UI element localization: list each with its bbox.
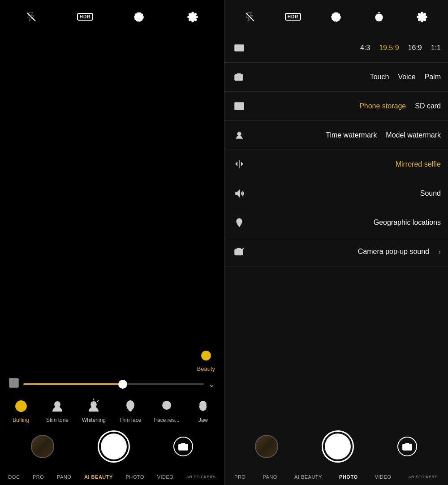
skintone-icon <box>49 397 65 415</box>
svg-rect-27 <box>235 45 244 51</box>
beauty-icon <box>200 349 212 365</box>
ratio-1-1[interactable]: 1:1 <box>431 44 441 52</box>
right-hdr-badge: HDR <box>285 13 302 21</box>
right-thumbnail[interactable] <box>255 435 278 458</box>
aspect-ratio-icon <box>231 43 247 53</box>
right-flash-off-icon[interactable] <box>242 9 258 25</box>
faceres-label: Face res... <box>154 417 180 423</box>
sound-row: Sound <box>224 179 448 208</box>
svg-rect-29 <box>235 103 244 110</box>
sound-option[interactable]: Sound <box>420 189 441 197</box>
mirrored-selfie-option[interactable]: Mirrored selfie <box>396 160 441 168</box>
camera-popup-icon <box>231 247 247 257</box>
buffing-label: Buffing <box>13 417 29 423</box>
right-portrait-icon[interactable] <box>328 9 344 25</box>
skintone-label: Skin tone <box>46 417 69 423</box>
left-thumbnail[interactable] <box>31 435 54 458</box>
mode-pro[interactable]: PRO <box>31 473 46 481</box>
left-panel: HDR <box>0 0 224 485</box>
storage-sd[interactable]: SD card <box>415 102 441 110</box>
svg-point-28 <box>237 76 240 78</box>
mode-ai-beauty[interactable]: AI BEAUTY <box>82 473 115 481</box>
capture-palm[interactable]: Palm <box>425 73 441 81</box>
beauty-option-skintone[interactable]: Skin tone <box>39 397 75 423</box>
capture-mode-row: Touch Voice Palm <box>224 63 448 92</box>
right-mode-photo[interactable]: PHOTO <box>337 473 359 481</box>
beauty-option-buffing[interactable]: Buffing <box>3 397 39 423</box>
mode-pano[interactable]: PANO <box>55 473 73 481</box>
mode-photo[interactable]: PHOTO <box>124 473 146 481</box>
beauty-option-thinface[interactable]: Thin face <box>112 397 148 423</box>
hdr-badge: HDR <box>77 13 94 21</box>
svg-point-35 <box>238 220 240 222</box>
left-flip-camera-button[interactable] <box>173 437 193 456</box>
right-timer-icon[interactable] <box>371 9 387 25</box>
geo-row: Geographic locations <box>224 208 448 237</box>
watermark-model[interactable]: Model watermark <box>386 131 441 139</box>
hdr-icon[interactable]: HDR <box>77 9 93 25</box>
beauty-panel: Beauty ⌄ <box>0 345 224 427</box>
camera-capture-icon <box>231 72 247 82</box>
right-settings-icon[interactable] <box>414 9 430 25</box>
svg-point-24 <box>332 13 340 21</box>
popup-sound-row[interactable]: Camera pop-up sound › <box>224 237 448 266</box>
svg-line-0 <box>27 13 35 21</box>
mirror-icon <box>231 159 247 169</box>
right-camera-controls <box>224 426 448 467</box>
popup-sound-options: Camera pop-up sound › <box>247 247 441 257</box>
left-shutter-button[interactable] <box>98 430 130 463</box>
svg-line-37 <box>242 248 244 249</box>
chevron-down-icon[interactable]: ⌄ <box>208 379 215 389</box>
svg-point-31 <box>237 132 241 136</box>
beauty-option-whitening[interactable]: Whitening <box>76 397 112 423</box>
split-icon <box>9 378 19 390</box>
svg-point-6 <box>207 354 208 356</box>
slider-thumb[interactable] <box>118 380 127 389</box>
beauty-option-jaw[interactable]: Jaw <box>185 397 221 423</box>
right-hdr-icon[interactable]: HDR <box>285 9 301 25</box>
beauty-option-faceres[interactable]: Face res... <box>148 397 185 423</box>
capture-touch[interactable]: Touch <box>370 73 389 81</box>
aspect-ratio-options: 4:3 19.5:9 16:9 1:1 <box>247 44 441 52</box>
right-mode-pro[interactable]: PRO <box>233 473 247 481</box>
right-panel: HDR <box>224 0 448 485</box>
mode-doc[interactable]: DOC <box>6 473 22 481</box>
ratio-16-9[interactable]: 16:9 <box>408 44 422 52</box>
svg-line-22 <box>246 13 254 21</box>
watermark-options: Time watermark Model watermark <box>247 131 441 139</box>
chevron-right-icon: › <box>438 247 441 257</box>
geo-option[interactable]: Geographic locations <box>374 219 441 227</box>
mode-ar[interactable]: AR STICKERS <box>185 474 218 480</box>
right-mode-video[interactable]: VIDEO <box>373 473 393 481</box>
capture-voice[interactable]: Voice <box>398 73 415 81</box>
svg-point-36 <box>238 251 240 253</box>
settings-area: 4:3 19.5:9 16:9 1:1 Touch Voice Palm <box>224 34 448 485</box>
portrait-icon[interactable] <box>131 9 147 25</box>
ratio-4-3[interactable]: 4:3 <box>360 44 370 52</box>
right-mode-pano[interactable]: PANO <box>261 473 279 481</box>
settings-icon[interactable] <box>185 9 201 25</box>
right-thumbnail-image <box>256 436 277 457</box>
flash-off-icon[interactable] <box>23 9 39 25</box>
popup-sound-option[interactable]: Camera pop-up sound <box>358 248 429 256</box>
ratio-19-9[interactable]: 19.5:9 <box>379 44 399 52</box>
storage-phone[interactable]: Phone storage <box>359 102 406 110</box>
beauty-title-row: Beauty <box>0 345 224 374</box>
svg-point-12 <box>55 402 60 407</box>
watermark-time[interactable]: Time watermark <box>326 131 377 139</box>
svg-point-19 <box>168 404 169 405</box>
right-flip-camera-button[interactable] <box>397 437 417 456</box>
buffing-icon <box>13 397 29 415</box>
svg-point-16 <box>127 401 134 410</box>
right-mode-ai-beauty[interactable]: AI BEAUTY <box>293 473 324 481</box>
svg-point-2 <box>134 13 143 21</box>
slider-row: ⌄ <box>0 374 224 394</box>
right-shutter-button[interactable] <box>322 430 354 463</box>
sound-options: Sound <box>247 189 441 197</box>
beauty-slider[interactable] <box>23 383 204 385</box>
right-mode-ar[interactable]: AR STICKERS <box>406 474 439 480</box>
beauty-title: Beauty <box>197 349 215 372</box>
capture-options: Touch Voice Palm <box>247 73 441 81</box>
mode-video[interactable]: VIDEO <box>155 473 176 481</box>
aspect-ratio-row: 4:3 19.5:9 16:9 1:1 <box>224 34 448 63</box>
